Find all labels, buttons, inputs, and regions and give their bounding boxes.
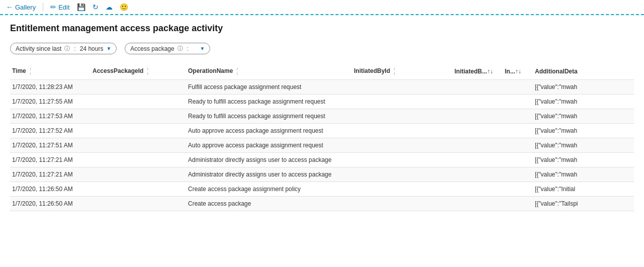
cell-in xyxy=(503,124,533,138)
cell-additional: [{"value":"Initial xyxy=(533,182,634,197)
table-row[interactable]: 1/7/2020, 11:27:55 AMReady to fulfill ac… xyxy=(10,95,634,109)
cell-initiatedid xyxy=(352,167,452,182)
data-table-container: Time ↑↓ AccessPackageId ↑↓ OperationName… xyxy=(10,63,634,211)
activity-dropdown[interactable]: Activity since last ⓘ : 24 hours ▼ xyxy=(10,43,117,54)
package-chevron-icon: ▼ xyxy=(200,46,205,51)
refresh-icon: ↻ xyxy=(93,3,99,11)
cloud-icon: ☁ xyxy=(106,3,113,11)
save-icon: 💾 xyxy=(77,3,85,11)
cell-opname: Fulfill access package assignment reques… xyxy=(186,80,352,95)
cell-opname: Ready to fulfill access package assignme… xyxy=(186,109,352,124)
cell-time: 1/7/2020, 11:27:53 AM xyxy=(10,109,90,124)
edit-button[interactable]: ✏ Edit xyxy=(50,3,69,11)
cell-opname: Create access package assignment policy xyxy=(186,182,352,197)
cell-initiatedb xyxy=(452,109,503,124)
emoji-icon: 🙂 xyxy=(120,3,128,11)
sort-icon-opname: ↑↓ xyxy=(236,67,238,75)
cell-initiatedb xyxy=(452,197,503,211)
cell-initiatedb xyxy=(452,182,503,197)
activity-value: 24 hours xyxy=(80,45,104,52)
cell-additional: [{"value":"mwah xyxy=(533,109,634,124)
toolbar: ← Gallery ✏ Edit 💾 ↻ ☁ 🙂 xyxy=(0,0,644,15)
cell-in xyxy=(503,197,533,211)
table-row[interactable]: 1/7/2020, 11:27:52 AMAuto approve access… xyxy=(10,124,634,138)
col-header-initiatedid[interactable]: InitiatedById ↑↓ xyxy=(352,63,452,80)
refresh-button[interactable]: ↻ xyxy=(93,3,99,11)
cloud-button[interactable]: ☁ xyxy=(106,3,113,11)
package-filter-group: Access package ⓘ : ▼ xyxy=(125,43,210,54)
table-row[interactable]: 1/7/2020, 11:28:23 AMFulfill access pack… xyxy=(10,80,634,95)
activity-label: Activity since last xyxy=(16,45,61,52)
table-row[interactable]: 1/7/2020, 11:26:50 AMCreate access packa… xyxy=(10,182,634,197)
activity-chevron-icon: ▼ xyxy=(106,46,111,51)
cell-time: 1/7/2020, 11:26:50 AM xyxy=(10,197,90,211)
col-header-initiatedb[interactable]: InitiatedB...↑↓ xyxy=(452,63,503,80)
cell-pkgid xyxy=(90,95,186,109)
package-dropdown[interactable]: Access package ⓘ : ▼ xyxy=(125,43,210,54)
cell-initiatedid xyxy=(352,80,452,95)
cell-in xyxy=(503,109,533,124)
col-header-additional: AdditionalDeta xyxy=(533,63,634,80)
cell-initiatedid xyxy=(352,109,452,124)
back-button[interactable]: ← Gallery xyxy=(6,3,36,11)
table-row[interactable]: 1/7/2020, 11:27:51 AMAuto approve access… xyxy=(10,138,634,153)
cell-time: 1/7/2020, 11:27:21 AM xyxy=(10,167,90,182)
back-icon: ← xyxy=(6,3,13,11)
cell-pkgid xyxy=(90,197,186,211)
cell-opname: Administrator directly assigns user to a… xyxy=(186,153,352,167)
cell-initiatedb xyxy=(452,80,503,95)
col-header-time[interactable]: Time ↑↓ xyxy=(10,63,90,80)
table-row[interactable]: 1/7/2020, 11:27:21 AMAdministrator direc… xyxy=(10,167,634,182)
edit-label: Edit xyxy=(58,4,69,11)
cell-opname: Create access package xyxy=(186,197,352,211)
col-header-pkgid[interactable]: AccessPackageId ↑↓ xyxy=(90,63,186,80)
table-header-row: Time ↑↓ AccessPackageId ↑↓ OperationName… xyxy=(10,63,634,80)
col-header-in[interactable]: In...↑↓ xyxy=(503,63,533,80)
cell-pkgid xyxy=(90,167,186,182)
cell-opname: Auto approve access package assignment r… xyxy=(186,124,352,138)
cell-pkgid xyxy=(90,80,186,95)
cell-time: 1/7/2020, 11:28:23 AM xyxy=(10,80,90,95)
table-row[interactable]: 1/7/2020, 11:27:53 AMReady to fulfill ac… xyxy=(10,109,634,124)
cell-time: 1/7/2020, 11:27:51 AM xyxy=(10,138,90,153)
cell-additional: [{"value":"mwah xyxy=(533,167,634,182)
cell-time: 1/7/2020, 11:26:50 AM xyxy=(10,182,90,197)
cell-initiatedid xyxy=(352,124,452,138)
cell-in xyxy=(503,80,533,95)
sort-icon-initiatedid: ↑↓ xyxy=(393,67,395,75)
cell-pkgid xyxy=(90,124,186,138)
cell-additional: [{"value":"Tailspi xyxy=(533,197,634,211)
table-row[interactable]: 1/7/2020, 11:27:21 AMAdministrator direc… xyxy=(10,153,634,167)
cell-in xyxy=(503,153,533,167)
cell-in xyxy=(503,167,533,182)
table-row[interactable]: 1/7/2020, 11:26:50 AMCreate access packa… xyxy=(10,197,634,211)
cell-initiatedb xyxy=(452,124,503,138)
cell-additional: [{"value":"mwah xyxy=(533,153,634,167)
sort-icon-pkgid: ↑↓ xyxy=(147,67,149,75)
cell-in xyxy=(503,182,533,197)
toolbar-divider-1 xyxy=(43,3,43,11)
cell-initiatedid xyxy=(352,182,452,197)
cell-pkgid xyxy=(90,138,186,153)
cell-initiatedid xyxy=(352,153,452,167)
package-info-icon: ⓘ xyxy=(177,45,183,52)
cell-opname: Administrator directly assigns user to a… xyxy=(186,167,352,182)
package-label: Access package xyxy=(130,45,174,52)
cell-initiatedid xyxy=(352,197,452,211)
package-colon: : xyxy=(187,45,189,52)
save-button[interactable]: 💾 xyxy=(77,3,85,11)
activity-info-icon: ⓘ xyxy=(64,45,70,52)
cell-pkgid xyxy=(90,182,186,197)
back-label: Gallery xyxy=(15,4,36,11)
cell-initiatedid xyxy=(352,138,452,153)
col-header-opname[interactable]: OperationName ↑↓ xyxy=(186,63,352,80)
cell-pkgid xyxy=(90,109,186,124)
cell-time: 1/7/2020, 11:27:55 AM xyxy=(10,95,90,109)
emoji-button[interactable]: 🙂 xyxy=(120,3,128,11)
cell-additional: [{"value":"mwah xyxy=(533,95,634,109)
cell-opname: Ready to fulfill access package assignme… xyxy=(186,95,352,109)
data-table: Time ↑↓ AccessPackageId ↑↓ OperationName… xyxy=(10,63,634,211)
cell-additional: [{"value":"mwah xyxy=(533,80,634,95)
cell-initiatedb xyxy=(452,167,503,182)
cell-opname: Auto approve access package assignment r… xyxy=(186,138,352,153)
